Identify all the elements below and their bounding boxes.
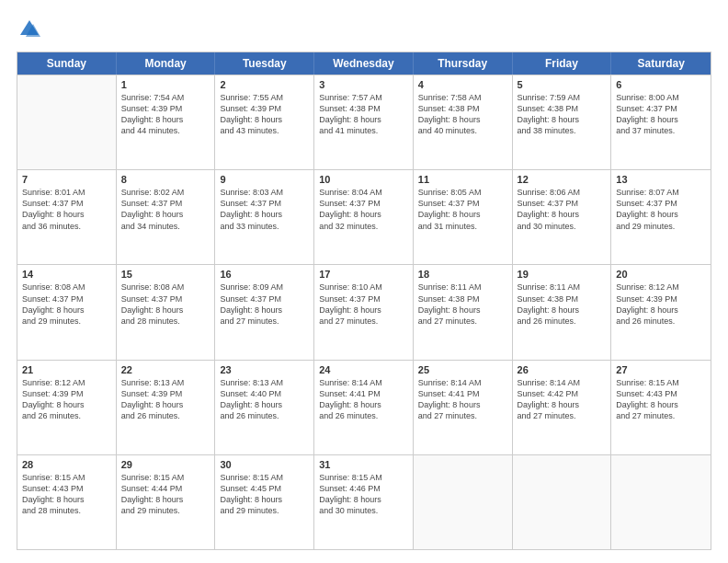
day-info: Sunrise: 7:54 AMSunset: 4:39 PMDaylight:… bbox=[121, 92, 210, 137]
day-number: 5 bbox=[518, 79, 607, 90]
day-info: Sunrise: 8:14 AMSunset: 4:41 PMDaylight:… bbox=[319, 377, 408, 422]
day-info: Sunrise: 8:12 AMSunset: 4:39 PMDaylight:… bbox=[616, 282, 706, 327]
day-number: 18 bbox=[418, 269, 507, 280]
day-number: 4 bbox=[418, 79, 507, 90]
page: SundayMondayTuesdayWednesdayThursdayFrid… bbox=[0, 0, 728, 563]
day-info: Sunrise: 8:15 AMSunset: 4:45 PMDaylight:… bbox=[220, 472, 309, 517]
calendar-cell: 13Sunrise: 8:07 AMSunset: 4:37 PMDayligh… bbox=[611, 170, 711, 264]
calendar-day-header: Thursday bbox=[414, 52, 513, 75]
day-number: 28 bbox=[22, 459, 111, 470]
day-number: 19 bbox=[518, 269, 607, 280]
calendar-week-row: 14Sunrise: 8:08 AMSunset: 4:37 PMDayligh… bbox=[17, 264, 711, 359]
calendar-header-row: SundayMondayTuesdayWednesdayThursdayFrid… bbox=[17, 52, 711, 75]
calendar-cell: 31Sunrise: 8:15 AMSunset: 4:46 PMDayligh… bbox=[314, 455, 414, 549]
day-number: 10 bbox=[319, 174, 408, 185]
day-info: Sunrise: 8:00 AMSunset: 4:37 PMDaylight:… bbox=[616, 92, 706, 137]
calendar-cell bbox=[513, 455, 612, 549]
day-number: 17 bbox=[319, 269, 408, 280]
day-info: Sunrise: 8:06 AMSunset: 4:37 PMDaylight:… bbox=[518, 187, 607, 232]
day-info: Sunrise: 7:55 AMSunset: 4:39 PMDaylight:… bbox=[220, 92, 309, 137]
calendar-day-header: Wednesday bbox=[314, 52, 414, 75]
calendar-day-header: Sunday bbox=[17, 52, 117, 75]
calendar-cell: 17Sunrise: 8:10 AMSunset: 4:37 PMDayligh… bbox=[314, 265, 414, 359]
day-info: Sunrise: 8:13 AMSunset: 4:40 PMDaylight:… bbox=[220, 377, 309, 422]
day-info: Sunrise: 8:11 AMSunset: 4:38 PMDaylight:… bbox=[418, 282, 507, 327]
calendar-cell: 29Sunrise: 8:15 AMSunset: 4:44 PMDayligh… bbox=[117, 455, 216, 549]
day-number: 20 bbox=[616, 269, 706, 280]
calendar-cell: 28Sunrise: 8:15 AMSunset: 4:43 PMDayligh… bbox=[17, 455, 117, 549]
day-info: Sunrise: 8:12 AMSunset: 4:39 PMDaylight:… bbox=[22, 377, 111, 422]
day-number: 8 bbox=[121, 174, 210, 185]
calendar-cell: 23Sunrise: 8:13 AMSunset: 4:40 PMDayligh… bbox=[215, 361, 314, 454]
day-number: 3 bbox=[319, 79, 408, 90]
day-number: 26 bbox=[518, 364, 607, 375]
calendar-cell: 2Sunrise: 7:55 AMSunset: 4:39 PMDaylight… bbox=[215, 75, 314, 169]
day-info: Sunrise: 8:15 AMSunset: 4:44 PMDaylight:… bbox=[121, 472, 210, 517]
day-info: Sunrise: 8:15 AMSunset: 4:43 PMDaylight:… bbox=[22, 472, 111, 517]
calendar-cell bbox=[17, 75, 117, 169]
day-info: Sunrise: 8:08 AMSunset: 4:37 PMDaylight:… bbox=[22, 282, 111, 327]
calendar-day-header: Tuesday bbox=[215, 52, 314, 75]
day-number: 24 bbox=[319, 364, 408, 375]
day-number: 6 bbox=[616, 79, 706, 90]
day-number: 31 bbox=[319, 459, 408, 470]
day-info: Sunrise: 8:14 AMSunset: 4:42 PMDaylight:… bbox=[518, 377, 607, 422]
day-number: 14 bbox=[22, 269, 111, 280]
day-number: 25 bbox=[418, 364, 507, 375]
calendar-cell: 12Sunrise: 8:06 AMSunset: 4:37 PMDayligh… bbox=[513, 170, 612, 264]
day-number: 30 bbox=[220, 459, 309, 470]
calendar-cell: 3Sunrise: 7:57 AMSunset: 4:38 PMDaylight… bbox=[314, 75, 414, 169]
calendar-cell: 14Sunrise: 8:08 AMSunset: 4:37 PMDayligh… bbox=[17, 265, 117, 359]
day-info: Sunrise: 8:02 AMSunset: 4:37 PMDaylight:… bbox=[121, 187, 210, 232]
day-number: 13 bbox=[616, 174, 706, 185]
day-info: Sunrise: 8:11 AMSunset: 4:38 PMDaylight:… bbox=[518, 282, 607, 327]
day-info: Sunrise: 8:03 AMSunset: 4:37 PMDaylight:… bbox=[220, 187, 309, 232]
calendar-cell: 8Sunrise: 8:02 AMSunset: 4:37 PMDaylight… bbox=[117, 170, 216, 264]
day-info: Sunrise: 8:07 AMSunset: 4:37 PMDaylight:… bbox=[616, 187, 706, 232]
calendar-week-row: 1Sunrise: 7:54 AMSunset: 4:39 PMDaylight… bbox=[17, 75, 711, 169]
calendar-cell: 20Sunrise: 8:12 AMSunset: 4:39 PMDayligh… bbox=[611, 265, 711, 359]
calendar-cell: 19Sunrise: 8:11 AMSunset: 4:38 PMDayligh… bbox=[513, 265, 612, 359]
day-info: Sunrise: 7:57 AMSunset: 4:38 PMDaylight:… bbox=[319, 92, 408, 137]
calendar-week-row: 7Sunrise: 8:01 AMSunset: 4:37 PMDaylight… bbox=[17, 169, 711, 264]
day-number: 1 bbox=[121, 79, 210, 90]
calendar-week-row: 28Sunrise: 8:15 AMSunset: 4:43 PMDayligh… bbox=[17, 454, 711, 549]
calendar-cell: 27Sunrise: 8:15 AMSunset: 4:43 PMDayligh… bbox=[611, 361, 711, 454]
day-info: Sunrise: 8:13 AMSunset: 4:39 PMDaylight:… bbox=[121, 377, 210, 422]
calendar-day-header: Saturday bbox=[611, 52, 711, 75]
header bbox=[17, 17, 711, 42]
day-number: 9 bbox=[220, 174, 309, 185]
day-number: 7 bbox=[22, 174, 111, 185]
day-info: Sunrise: 8:04 AMSunset: 4:37 PMDaylight:… bbox=[319, 187, 408, 232]
calendar-day-header: Monday bbox=[117, 52, 216, 75]
calendar: SundayMondayTuesdayWednesdayThursdayFrid… bbox=[17, 52, 711, 550]
day-info: Sunrise: 8:15 AMSunset: 4:46 PMDaylight:… bbox=[319, 472, 408, 517]
calendar-cell: 24Sunrise: 8:14 AMSunset: 4:41 PMDayligh… bbox=[314, 361, 414, 454]
day-info: Sunrise: 8:05 AMSunset: 4:37 PMDaylight:… bbox=[418, 187, 507, 232]
calendar-cell: 22Sunrise: 8:13 AMSunset: 4:39 PMDayligh… bbox=[117, 361, 216, 454]
calendar-cell: 11Sunrise: 8:05 AMSunset: 4:37 PMDayligh… bbox=[414, 170, 513, 264]
day-info: Sunrise: 8:14 AMSunset: 4:41 PMDaylight:… bbox=[418, 377, 507, 422]
calendar-week-row: 21Sunrise: 8:12 AMSunset: 4:39 PMDayligh… bbox=[17, 360, 711, 454]
day-number: 2 bbox=[220, 79, 309, 90]
day-info: Sunrise: 7:58 AMSunset: 4:38 PMDaylight:… bbox=[418, 92, 507, 137]
calendar-cell: 6Sunrise: 8:00 AMSunset: 4:37 PMDaylight… bbox=[611, 75, 711, 169]
day-info: Sunrise: 8:01 AMSunset: 4:37 PMDaylight:… bbox=[22, 187, 111, 232]
calendar-cell: 30Sunrise: 8:15 AMSunset: 4:45 PMDayligh… bbox=[215, 455, 314, 549]
calendar-cell: 21Sunrise: 8:12 AMSunset: 4:39 PMDayligh… bbox=[17, 361, 117, 454]
calendar-cell bbox=[611, 455, 711, 549]
day-number: 16 bbox=[220, 269, 309, 280]
logo-icon bbox=[17, 17, 42, 42]
day-number: 12 bbox=[518, 174, 607, 185]
day-number: 22 bbox=[121, 364, 210, 375]
day-number: 29 bbox=[121, 459, 210, 470]
calendar-cell: 26Sunrise: 8:14 AMSunset: 4:42 PMDayligh… bbox=[513, 361, 612, 454]
calendar-day-header: Friday bbox=[513, 52, 612, 75]
day-number: 27 bbox=[616, 364, 706, 375]
day-info: Sunrise: 8:15 AMSunset: 4:43 PMDaylight:… bbox=[616, 377, 706, 422]
day-info: Sunrise: 8:08 AMSunset: 4:37 PMDaylight:… bbox=[121, 282, 210, 327]
calendar-cell: 1Sunrise: 7:54 AMSunset: 4:39 PMDaylight… bbox=[117, 75, 216, 169]
calendar-cell: 18Sunrise: 8:11 AMSunset: 4:38 PMDayligh… bbox=[414, 265, 513, 359]
calendar-cell: 15Sunrise: 8:08 AMSunset: 4:37 PMDayligh… bbox=[117, 265, 216, 359]
calendar-cell: 9Sunrise: 8:03 AMSunset: 4:37 PMDaylight… bbox=[215, 170, 314, 264]
